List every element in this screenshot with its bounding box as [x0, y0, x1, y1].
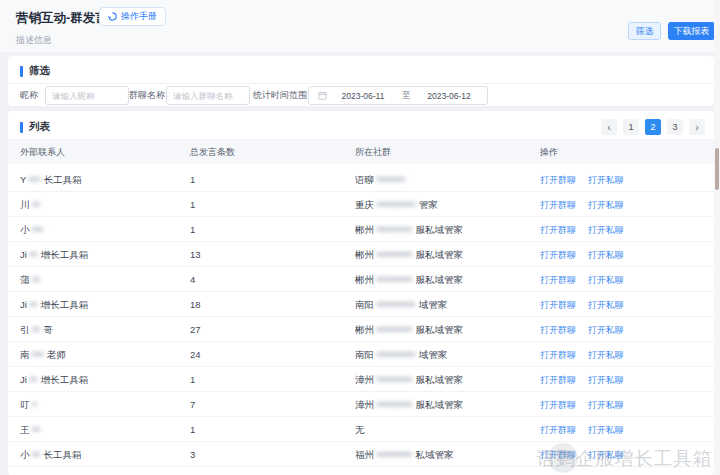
contact-name-cell: Ji■■增长工具箱 — [20, 292, 188, 317]
message-count-cell: 1 — [190, 417, 350, 442]
list-section-title: 列表 — [29, 120, 50, 134]
pagination-page-1[interactable]: 1 — [623, 119, 639, 135]
table-row: 引■■哥 27 郴州■■■■■■■■■■服私域管家 打开群聊 打开私聊 — [8, 317, 714, 342]
table-row: 叮■ 7 漳州■■■■■■■■■■服私域管家 打开群聊 打开私聊 — [8, 392, 714, 417]
contact-name-cell: Y■■■长工具箱 — [20, 167, 188, 192]
contact-name-cell: 王■■ — [20, 417, 188, 442]
open-group-chat-link[interactable]: 打开群聊 — [540, 200, 576, 210]
date-separator: 至 — [391, 90, 421, 102]
community-cell: 南阳■■■■■■■■■■■域管家 — [355, 342, 538, 367]
table-row: 川■■ 1 重庆■■■■■■■■■■■管家 打开群聊 打开私聊 — [8, 192, 714, 217]
scrollbar-thumb[interactable] — [715, 148, 719, 190]
page-header: 营销互动-群发言统计 操作手册 描述信息 筛选 下载报表 — [0, 0, 714, 52]
open-private-chat-link[interactable]: 打开私聊 — [588, 200, 624, 210]
table-row: Y■■■长工具箱 1 语聊■■■■■■■■ 打开群聊 打开私聊 — [8, 167, 714, 192]
filter-section-header: 筛选 — [20, 64, 50, 78]
open-group-chat-link[interactable]: 打开群聊 — [540, 425, 576, 435]
community-cell: 漳州■■■■■■■■■■服私域管家 — [355, 392, 538, 417]
redacted-text: ■■■ — [32, 217, 42, 242]
contact-name-cell: 南■■■老师 — [20, 342, 188, 367]
actions-cell: 打开群聊 打开私聊 — [540, 342, 700, 367]
open-private-chat-link[interactable]: 打开私聊 — [588, 250, 624, 260]
filter-toggle-button[interactable]: 筛选 — [628, 22, 661, 40]
message-count-cell: 1 — [190, 167, 350, 192]
open-private-chat-link[interactable]: 打开私聊 — [588, 375, 624, 385]
redacted-text: ■■■■■■■■■■■ — [376, 192, 414, 217]
contact-name-cell: 小■■■ — [20, 217, 188, 242]
community-cell: 语聊■■■■■■■■ — [355, 167, 538, 192]
redacted-text: ■■ — [32, 417, 39, 442]
community-cell: 福州■■■■■■■■■■私域管家 — [355, 442, 538, 467]
filter-section-title: 筛选 — [29, 64, 50, 78]
manual-button[interactable]: 操作手册 — [99, 7, 166, 26]
pagination-page-2-active[interactable]: 2 — [645, 119, 661, 135]
open-group-chat-link[interactable]: 打开群聊 — [540, 325, 576, 335]
open-group-chat-link[interactable]: 打开群聊 — [540, 375, 576, 385]
contact-name-cell: 蒲■■ — [20, 267, 188, 292]
redacted-text: ■■■■■■■■■■ — [376, 267, 410, 292]
date-range-picker[interactable]: 2023-06-11 至 2023-06-12 — [308, 86, 488, 105]
open-group-chat-link[interactable]: 打开群聊 — [540, 250, 576, 260]
actions-cell: 打开群聊 打开私聊 — [540, 292, 700, 317]
open-group-chat-link[interactable]: 打开群聊 — [540, 350, 576, 360]
redacted-text: ■■■■■■■■■■ — [376, 242, 410, 267]
divider — [8, 83, 714, 84]
redacted-text: ■■■■■■■■■■ — [376, 392, 410, 417]
redacted-text: ■■■■■■■■■■ — [376, 442, 410, 467]
redacted-text: ■■■■■■■■■■ — [376, 317, 410, 342]
open-private-chat-link[interactable]: 打开私聊 — [588, 325, 624, 335]
manual-button-label: 操作手册 — [121, 10, 157, 23]
redacted-text: ■■ — [29, 242, 36, 267]
pagination-next-button[interactable]: › — [689, 119, 705, 135]
date-end-value[interactable]: 2023-06-12 — [421, 91, 477, 101]
message-count-cell: 4 — [190, 267, 350, 292]
date-start-value[interactable]: 2023-06-11 — [335, 91, 391, 101]
filter-card: 筛选 昵称 群聊名称 统计时间范围 2023-06-11 至 2023-06-1… — [8, 56, 714, 106]
open-group-chat-link[interactable]: 打开群聊 — [540, 450, 576, 460]
manual-icon — [108, 12, 117, 21]
group-name-input[interactable] — [166, 86, 250, 105]
pagination: ‹ 1 2 3 › — [601, 119, 705, 135]
open-group-chat-link[interactable]: 打开群聊 — [540, 300, 576, 310]
message-count-cell: 1 — [190, 367, 350, 392]
table-row: 南■■■老师 24 南阳■■■■■■■■■■■域管家 打开群聊 打开私聊 — [8, 342, 714, 367]
redacted-text: ■■■ — [28, 167, 38, 192]
open-private-chat-link[interactable]: 打开私聊 — [588, 175, 624, 185]
contact-name-cell: 川■■ — [20, 192, 188, 217]
open-private-chat-link[interactable]: 打开私聊 — [588, 350, 624, 360]
open-private-chat-link[interactable]: 打开私聊 — [588, 300, 624, 310]
open-private-chat-link[interactable]: 打开私聊 — [588, 275, 624, 285]
actions-cell: 打开群聊 打开私聊 — [540, 192, 700, 217]
section-accent-bar — [20, 66, 23, 77]
open-group-chat-link[interactable]: 打开群聊 — [540, 225, 576, 235]
pagination-prev-button[interactable]: ‹ — [601, 119, 617, 135]
redacted-text: ■■ — [32, 317, 39, 342]
redacted-text: ■■ — [32, 267, 39, 292]
nickname-input[interactable] — [45, 86, 129, 105]
community-cell: 南阳■■■■■■■■■■■域管家 — [355, 292, 538, 317]
actions-cell: 打开群聊 打开私聊 — [540, 392, 700, 417]
community-cell: 郴州■■■■■■■■■■服私域管家 — [355, 217, 538, 242]
community-cell: 郴州■■■■■■■■■■服私域管家 — [355, 242, 538, 267]
redacted-text: ■■■■■■■■■■ — [376, 217, 410, 242]
actions-cell: 打开群聊 打开私聊 — [540, 167, 700, 192]
actions-cell: 打开群聊 打开私聊 — [540, 317, 700, 342]
community-cell: 郴州■■■■■■■■■■服私域管家 — [355, 267, 538, 292]
open-private-chat-link[interactable]: 打开私聊 — [588, 225, 624, 235]
open-private-chat-link[interactable]: 打开私聊 — [588, 450, 624, 460]
open-private-chat-link[interactable]: 打开私聊 — [588, 400, 624, 410]
actions-cell: 打开群聊 打开私聊 — [540, 417, 700, 442]
download-report-button[interactable]: 下载报表 — [668, 22, 715, 40]
open-private-chat-link[interactable]: 打开私聊 — [588, 425, 624, 435]
table-row: Ji■■增长工具箱 18 南阳■■■■■■■■■■■域管家 打开群聊 打开私聊 — [8, 292, 714, 317]
open-group-chat-link[interactable]: 打开群聊 — [540, 275, 576, 285]
nickname-label: 昵称 — [20, 89, 38, 102]
message-count-cell: 7 — [190, 392, 350, 417]
redacted-text: ■■■■■■■■■■ — [376, 367, 410, 392]
column-header-count: 总发言条数 — [190, 140, 235, 164]
pagination-page-3[interactable]: 3 — [667, 119, 683, 135]
column-header-actions: 操作 — [540, 140, 558, 164]
contact-name-cell: Ji■■增长工具箱 — [20, 242, 188, 267]
open-group-chat-link[interactable]: 打开群聊 — [540, 175, 576, 185]
open-group-chat-link[interactable]: 打开群聊 — [540, 400, 576, 410]
